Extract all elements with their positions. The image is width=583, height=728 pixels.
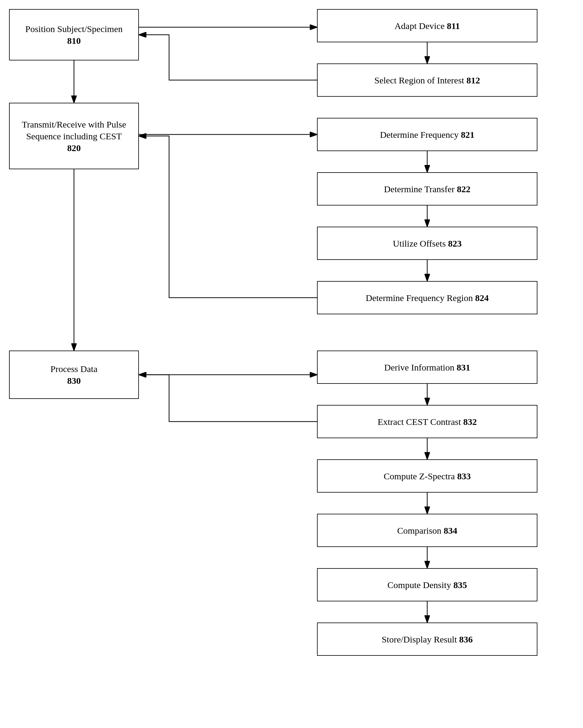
box-823-num: 823 — [448, 238, 462, 249]
box-835: Compute Density 835 — [317, 568, 537, 601]
box-822-num: 822 — [457, 184, 470, 194]
box-811-label: Adapt Device — [395, 21, 445, 31]
box-812: Select Region of Interest 812 — [317, 63, 537, 97]
box-831: Derive Information 831 — [317, 350, 537, 384]
box-831-num: 831 — [456, 362, 470, 372]
box-835-num: 835 — [453, 580, 467, 590]
box-836-num: 836 — [459, 634, 473, 644]
box-820-label: Transmit/Receive with Pulse Sequence inc… — [22, 120, 126, 141]
box-834-label: Comparison — [397, 525, 441, 536]
box-823: Utilize Offsets 823 — [317, 227, 537, 260]
diagram: Position Subject/Specimen 810 Adapt Devi… — [0, 0, 583, 728]
box-811: Adapt Device 811 — [317, 9, 537, 42]
box-831-label: Derive Information — [384, 362, 454, 372]
box-833-label: Compute Z-Spectra — [384, 471, 455, 481]
box-821-num: 821 — [461, 130, 475, 139]
box-836-label: Store/Display Result — [382, 634, 457, 644]
box-824-num: 824 — [475, 293, 489, 303]
box-834: Comparison 834 — [317, 514, 537, 547]
box-833-num: 833 — [457, 471, 471, 481]
box-830: Process Data 830 — [9, 350, 139, 399]
box-832-num: 832 — [463, 417, 477, 427]
box-812-label: Select Region of Interest — [374, 75, 464, 85]
box-811-num: 811 — [447, 21, 460, 31]
box-832-label: Extract CEST Contrast — [378, 417, 461, 427]
box-823-label: Utilize Offsets — [393, 238, 446, 249]
box-820-num: 820 — [67, 143, 81, 153]
box-830-label: Process Data — [50, 364, 98, 374]
box-835-label: Compute Density — [387, 580, 451, 590]
box-834-num: 834 — [444, 525, 457, 536]
box-832: Extract CEST Contrast 832 — [317, 405, 537, 438]
box-822: Determine Transfer 822 — [317, 172, 537, 206]
box-824-label: Determine Frequency Region — [366, 293, 473, 303]
box-810-label: Position Subject/Specimen — [25, 24, 123, 34]
box-824: Determine Frequency Region 824 — [317, 281, 537, 314]
box-810: Position Subject/Specimen 810 — [9, 9, 139, 60]
box-820: Transmit/Receive with Pulse Sequence inc… — [9, 103, 139, 169]
box-833: Compute Z-Spectra 833 — [317, 459, 537, 493]
box-812-num: 812 — [467, 75, 480, 85]
box-821-label: Determine Frequency — [380, 130, 459, 139]
box-810-num: 810 — [67, 36, 81, 46]
box-836: Store/Display Result 836 — [317, 623, 537, 656]
box-830-num: 830 — [67, 375, 81, 386]
box-821: Determine Frequency 821 — [317, 118, 537, 151]
box-822-label: Determine Transfer — [384, 184, 455, 194]
